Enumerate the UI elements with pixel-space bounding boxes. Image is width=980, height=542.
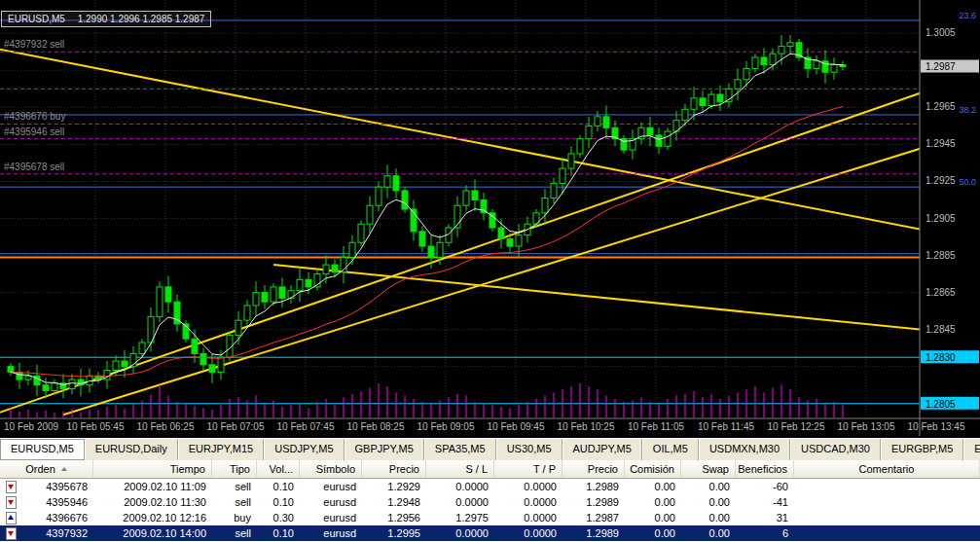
- column-header-label: Orden: [25, 463, 55, 475]
- cell-swap: 0.00: [681, 527, 736, 539]
- cell-tiempo: 2009.02.10 11:09: [93, 481, 212, 492]
- price-tick: 1.2965: [926, 101, 956, 112]
- order-row[interactable]: 43979322009.02.10 14:00sell0.10eurusd1.2…: [0, 525, 980, 541]
- cell-vol-: 0.30: [257, 512, 300, 524]
- cell-precio: 1.2989: [563, 496, 625, 508]
- column-header-label: Precio: [588, 463, 618, 475]
- column-header-comentario[interactable]: Comentario: [794, 460, 980, 478]
- cell-tiempo: 2009.02.10 14:00: [93, 527, 212, 539]
- order-label: #4396676 buy: [4, 111, 65, 122]
- cell-s-l: 0.0000: [426, 527, 494, 539]
- column-header-comisi-n[interactable]: Comisión: [625, 460, 681, 478]
- order-number: 4395946: [17, 496, 88, 508]
- tab-gbpjpy-m5[interactable]: GBPJPY,M5: [345, 439, 424, 460]
- time-tick: 10 Feb 10:25: [558, 421, 615, 432]
- cell-comisi-n: 0.00: [625, 481, 681, 492]
- column-header-label: S / L: [465, 463, 488, 475]
- column-header-precio[interactable]: Precio: [563, 460, 625, 478]
- cell-s-l: 1.2975: [426, 512, 494, 524]
- tab-usdmxn-m30[interactable]: USDMXN,M30: [699, 439, 790, 460]
- tab-us30-m5[interactable]: US30,M5: [496, 439, 563, 460]
- tab-eurusd-m5[interactable]: EURUSD,M5: [0, 439, 85, 460]
- cell-comisi-n: 0.00: [625, 496, 681, 508]
- time-tick: 10 Feb 06:25: [137, 421, 195, 432]
- column-header-label: Tiempo: [170, 463, 205, 475]
- cell-s-mbolo: eurusd: [300, 512, 362, 524]
- cell-comisi-n: 0.00: [625, 527, 681, 539]
- cell-s-l: 0.0000: [426, 496, 494, 508]
- order-buy-icon: [6, 512, 17, 524]
- order-row[interactable]: 43966762009.02.10 12:16buy0.30eurusd1.29…: [0, 510, 980, 525]
- tab-eurus[interactable]: EURUS: [963, 439, 980, 460]
- cell-precio: 1.2995: [362, 527, 426, 539]
- column-header-t-p[interactable]: T / P: [494, 460, 563, 478]
- tab-eurusd-daily[interactable]: EURUSD,Daily: [85, 439, 178, 460]
- column-header-tiempo[interactable]: Tiempo: [93, 460, 212, 478]
- time-tick: 10 Feb 08:25: [347, 421, 405, 432]
- cell-precio: 1.2929: [362, 481, 426, 492]
- cell-precio: 1.2989: [563, 481, 625, 492]
- column-header-s-mbolo[interactable]: Símbolo: [300, 460, 362, 478]
- cell-vol-: 0.10: [257, 481, 300, 492]
- cell-tipo: sell: [212, 496, 257, 508]
- column-header-orden[interactable]: Orden: [0, 460, 93, 478]
- tab-eurjpy-m15[interactable]: EURJPY,M15: [178, 439, 264, 460]
- cell-tipo: buy: [212, 512, 257, 524]
- cell-s-mbolo: eurusd: [300, 527, 362, 539]
- chart-ohlc-values: 1.2990 1.2996 1.2985 1.2987: [78, 14, 205, 24]
- cell-orden: 4395678: [0, 481, 93, 493]
- cell-precio: 1.2956: [362, 512, 426, 524]
- cell-beneficios: -41: [736, 496, 794, 508]
- order-number: 4395678: [17, 481, 88, 492]
- tab-usdjpy-m5[interactable]: USDJPY,M5: [264, 439, 344, 460]
- orders-table-body: 43956782009.02.10 11:09sell0.10eurusd1.2…: [0, 479, 980, 541]
- column-header-tipo[interactable]: Tipo: [212, 460, 257, 478]
- tab-spa35-m5[interactable]: SPA35,M5: [424, 439, 496, 460]
- column-header-s-l[interactable]: S / L: [426, 460, 494, 478]
- level-price-label: 1.2805: [926, 399, 956, 410]
- order-sell-icon: [6, 481, 17, 493]
- column-header-label: Swap: [702, 463, 729, 475]
- cell-tiempo: 2009.02.10 12:16: [93, 512, 212, 524]
- sell-arrow-icon: [8, 531, 14, 536]
- order-row[interactable]: 43956782009.02.10 11:09sell0.10eurusd1.2…: [0, 479, 980, 494]
- time-tick: 10 Feb 11:05: [628, 421, 685, 432]
- cell-tipo: sell: [212, 527, 257, 539]
- cell-vol-: 0.10: [257, 496, 300, 508]
- cell-precio: 1.2989: [563, 527, 625, 539]
- tab-eurgbp-m5[interactable]: EURGBP,M5: [881, 439, 963, 460]
- time-tick: 10 Feb 09:45: [488, 421, 545, 432]
- price-tick: 1.2925: [926, 175, 956, 186]
- column-header-swap[interactable]: Swap: [681, 460, 736, 478]
- column-header-label: Comisión: [630, 463, 674, 475]
- price-tick: 1.2845: [926, 324, 956, 335]
- cell-precio: 1.2948: [362, 496, 426, 508]
- column-header-vol-[interactable]: Vol...: [257, 460, 300, 478]
- order-sell-icon: [6, 527, 17, 540]
- price-tick: 1.2885: [926, 250, 956, 261]
- cell-comisi-n: 0.00: [625, 512, 681, 524]
- order-row[interactable]: 43959462009.02.10 11:30sell0.10eurusd1.2…: [0, 494, 980, 510]
- mt4-terminal: 1.30051.29651.29451.29251.29051.28851.28…: [0, 0, 980, 542]
- price-chart[interactable]: 1.30051.29651.29451.29251.29051.28851.28…: [0, 0, 980, 438]
- column-header-label: T / P: [533, 463, 556, 475]
- order-label: #4395678 sell: [4, 162, 64, 172]
- time-tick: 10 Feb 13:45: [908, 421, 965, 432]
- tab-oil-m5[interactable]: OIL,M5: [642, 439, 699, 460]
- time-tick: 10 Feb 05:45: [67, 421, 125, 432]
- cell-vol-: 0.10: [257, 527, 300, 539]
- tab-usdcad-m30[interactable]: USDCAD,M30: [790, 439, 881, 460]
- cell-t-p: 0.0000: [494, 512, 563, 524]
- column-header-beneficios[interactable]: Beneficios: [736, 460, 794, 478]
- cell-orden: 4396676: [0, 512, 93, 524]
- column-header-precio[interactable]: Precio: [362, 460, 426, 478]
- column-header-label: Tipo: [230, 463, 250, 475]
- price-tick: 1.2905: [926, 213, 956, 224]
- sell-arrow-icon: [8, 485, 14, 489]
- cell-tiempo: 2009.02.10 11:30: [93, 496, 212, 508]
- column-header-label: Vol...: [270, 463, 293, 475]
- price-tick: 1.2945: [926, 138, 956, 149]
- time-tick: 10 Feb 2009: [4, 421, 59, 432]
- cell-t-p: 0.0000: [494, 527, 563, 539]
- tab-audjpy-m5[interactable]: AUDJPY,M5: [563, 439, 642, 460]
